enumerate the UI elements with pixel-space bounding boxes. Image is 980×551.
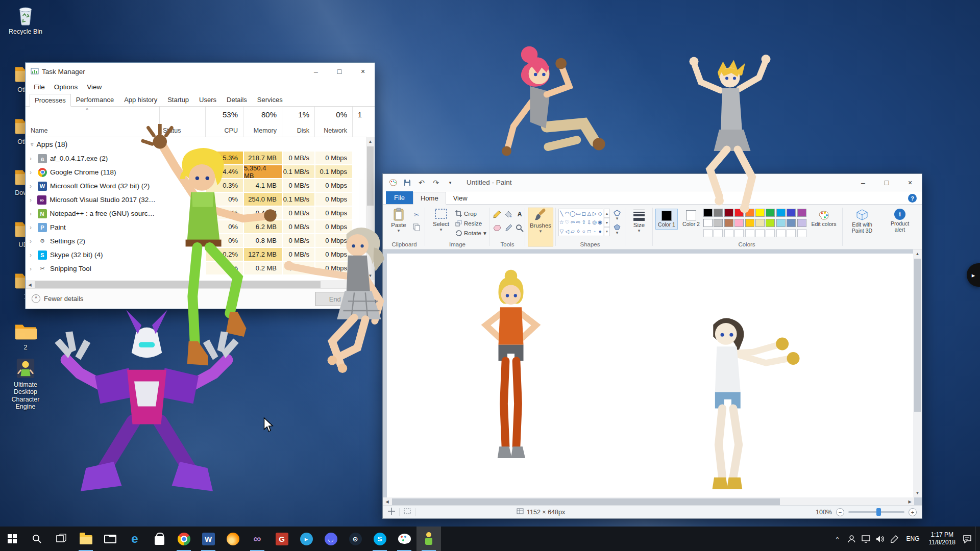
- close-icon[interactable]: ×: [898, 174, 922, 191]
- palette-swatch[interactable]: [703, 219, 713, 227]
- palette-swatch-empty[interactable]: [714, 229, 723, 237]
- shape-icon[interactable]: ▭: [576, 209, 581, 218]
- palette-swatch-empty[interactable]: [703, 229, 713, 237]
- shape-icon[interactable]: ◯: [570, 209, 575, 218]
- color-picker-icon[interactable]: [503, 223, 513, 233]
- edit-with-paint3d-button[interactable]: Edit with Paint 3D: [846, 209, 878, 234]
- scrollbar-thumb[interactable]: [367, 146, 374, 206]
- tab-services[interactable]: Services: [252, 93, 288, 106]
- edit-colors-button[interactable]: Edit colors: [811, 210, 837, 228]
- scroll-down-icon[interactable]: ▼: [913, 489, 922, 497]
- tray-chevron-up-icon[interactable]: ^: [830, 527, 844, 551]
- shape-icon[interactable]: ⇦: [570, 218, 575, 227]
- scroll-up-icon[interactable]: ▲: [366, 137, 375, 146]
- brushes-button[interactable]: Brushes ▾: [528, 208, 553, 246]
- shape-icon[interactable]: ●: [597, 227, 603, 236]
- taskbar-app-chrome[interactable]: [172, 527, 196, 551]
- people-icon[interactable]: [845, 527, 858, 551]
- taskbar-app-discord[interactable]: ◡: [318, 527, 343, 551]
- crop-button[interactable]: Crop: [455, 209, 477, 218]
- tab-file[interactable]: File: [386, 191, 413, 204]
- minimize-icon[interactable]: –: [304, 63, 328, 80]
- shape-icon[interactable]: ◇: [597, 209, 603, 218]
- taskbar-app-game[interactable]: G: [270, 527, 294, 551]
- pink-hair-character[interactable]: [472, 41, 610, 183]
- expand-icon[interactable]: ›: [30, 224, 35, 231]
- shape-icon[interactable]: ○: [581, 227, 586, 236]
- shape-icon[interactable]: ♡: [565, 218, 570, 227]
- language-indicator[interactable]: ENG: [902, 535, 923, 542]
- desktop-icon[interactable]: Ultimate Desktop Character Engine: [4, 357, 47, 411]
- shape-icon[interactable]: ▱: [570, 227, 575, 236]
- shape-icon[interactable]: ◉: [597, 218, 603, 227]
- shape-icon[interactable]: ◎: [592, 218, 598, 227]
- palette-swatch[interactable]: [797, 209, 806, 217]
- magnifier-icon[interactable]: [514, 223, 525, 233]
- shapes-scroll[interactable]: ▲ ▼ ▾: [604, 209, 610, 236]
- taskbar-app-firefox[interactable]: [220, 527, 245, 551]
- resize-button[interactable]: Resize: [455, 219, 482, 228]
- taskbar-app-skype[interactable]: S: [368, 527, 392, 551]
- palette-swatch[interactable]: [787, 219, 796, 227]
- column-disk[interactable]: 1% Disk: [282, 107, 314, 137]
- menu-view[interactable]: View: [83, 82, 106, 92]
- shape-icon[interactable]: ▽: [559, 227, 565, 236]
- task-view-button[interactable]: [49, 527, 74, 551]
- shape-icon[interactable]: ☆: [559, 218, 565, 227]
- palette-swatch-empty[interactable]: [755, 229, 765, 237]
- taskbar-app-visual-studio[interactable]: ∞: [245, 527, 270, 551]
- palette-swatch-empty[interactable]: [734, 229, 744, 237]
- paint-titlebar[interactable]: ↶ ↷ ▾ Untitled - Paint – □ ×: [383, 174, 922, 191]
- robot-character[interactable]: [48, 301, 245, 515]
- tab-startup[interactable]: Startup: [162, 93, 194, 106]
- expand-icon[interactable]: ›: [30, 238, 35, 245]
- monitor-icon[interactable]: [859, 527, 872, 551]
- expand-icon[interactable]: ›: [30, 252, 35, 259]
- desktop-icon[interactable]: Recycle Bin: [4, 4, 47, 35]
- shape-outline-button[interactable]: ▾: [611, 209, 623, 222]
- maximize-icon[interactable]: □: [875, 174, 898, 191]
- shape-icon[interactable]: ╲: [559, 209, 565, 218]
- expand-icon[interactable]: ›: [30, 169, 35, 176]
- paint-canvas[interactable]: [387, 254, 914, 497]
- column-name[interactable]: Name: [31, 127, 47, 134]
- palette-swatch[interactable]: [745, 219, 754, 227]
- size-button[interactable]: Size ▾: [628, 208, 650, 233]
- taskbar-app-steam[interactable]: ⊙: [343, 527, 368, 551]
- task-manager-titlebar[interactable]: Task Manager – □ ×: [26, 63, 375, 80]
- tab-processes[interactable]: Processes: [30, 94, 71, 107]
- quick-access-dropdown-icon[interactable]: ▾: [445, 178, 455, 188]
- pen-icon[interactable]: [888, 527, 901, 551]
- palette-swatch[interactable]: [755, 219, 765, 227]
- zoom-slider[interactable]: [848, 511, 904, 513]
- menu-file[interactable]: File: [30, 82, 49, 92]
- blonde-character[interactable]: [672, 53, 787, 215]
- tab-home[interactable]: Home: [413, 192, 446, 205]
- menu-options[interactable]: Options: [50, 82, 82, 92]
- palette-swatch-empty[interactable]: [766, 229, 775, 237]
- shape-icon[interactable]: ⇩: [586, 218, 592, 227]
- palette-swatch-empty[interactable]: [787, 229, 796, 237]
- column-network[interactable]: 0% Network: [314, 107, 352, 137]
- shape-icon[interactable]: ◻: [581, 209, 586, 218]
- tab-app-history[interactable]: App history: [119, 93, 162, 106]
- palette-swatch[interactable]: [797, 219, 806, 227]
- palette-swatch-empty[interactable]: [797, 229, 806, 237]
- scroll-up-icon[interactable]: ▲: [913, 249, 922, 258]
- palette-swatch-empty[interactable]: [776, 229, 786, 237]
- close-icon[interactable]: ×: [351, 63, 375, 80]
- expand-icon[interactable]: ›: [30, 210, 35, 217]
- pencil-icon[interactable]: [492, 209, 502, 219]
- eraser-icon[interactable]: [492, 223, 502, 233]
- help-icon[interactable]: ?: [908, 194, 917, 203]
- expand-icon[interactable]: ›: [30, 155, 35, 162]
- gray-dress-character[interactable]: [284, 208, 420, 382]
- taskbar-app-file-explorer[interactable]: [74, 527, 98, 551]
- clock[interactable]: 1:17 PM 11/8/2018: [925, 531, 960, 546]
- shape-icon[interactable]: ◊: [576, 227, 581, 236]
- scrollbar-thumb[interactable]: [914, 259, 921, 412]
- palette-swatch[interactable]: [734, 219, 744, 227]
- column-partial[interactable]: 1: [352, 107, 367, 137]
- tab-view[interactable]: View: [446, 192, 475, 204]
- tab-performance[interactable]: Performance: [71, 93, 119, 106]
